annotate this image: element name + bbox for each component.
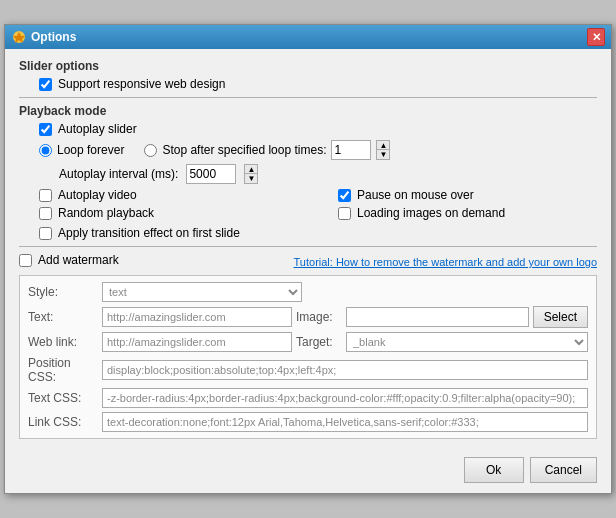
target-select[interactable]: _blank (346, 332, 588, 352)
text-input[interactable] (102, 307, 292, 327)
image-input[interactable] (346, 307, 529, 327)
weblink-input[interactable] (102, 332, 292, 352)
apply-transition-row: Apply transition effect on first slide (39, 226, 597, 240)
style-label: Style: (28, 285, 98, 299)
watermark-label: Add watermark (38, 253, 119, 267)
loop-times-input[interactable] (331, 140, 371, 160)
pause-mouse-label: Pause on mouse over (357, 188, 474, 202)
stop-after-label: Stop after specified loop times: (162, 143, 326, 157)
content-area: Slider options Support responsive web de… (5, 49, 611, 449)
link-css-input[interactable] (102, 412, 588, 432)
interval-spinner: ▲ ▼ (244, 164, 258, 184)
playback-mode-label: Playback mode (19, 104, 597, 118)
interval-label: Autoplay interval (ms): (59, 167, 178, 181)
support-responsive-row: Support responsive web design (39, 77, 597, 91)
tutorial-link[interactable]: Tutorial: How to remove the watermark an… (294, 256, 597, 268)
cancel-button[interactable]: Cancel (530, 457, 597, 483)
loop-forever-radio[interactable] (39, 144, 52, 157)
watermark-row: Add watermark Tutorial: How to remove th… (19, 253, 597, 271)
support-responsive-checkbox[interactable] (39, 78, 52, 91)
style-row: Style: text (28, 282, 588, 302)
style-select[interactable]: text (102, 282, 302, 302)
apply-transition-checkbox[interactable] (39, 227, 52, 240)
random-playback-label: Random playback (58, 206, 154, 220)
loading-images-row: Loading images on demand (338, 206, 597, 220)
apply-transition-label: Apply transition effect on first slide (58, 226, 240, 240)
text-image-row: Text: Image: Select (28, 306, 588, 328)
select-button[interactable]: Select (533, 306, 588, 328)
autoplay-video-row: Autoplay video (39, 188, 298, 202)
loop-up-btn[interactable]: ▲ (376, 140, 390, 150)
autoplay-slider-checkbox[interactable] (39, 123, 52, 136)
stop-after-group: Stop after specified loop times: ▲ ▼ (144, 140, 390, 160)
random-playback-checkbox[interactable] (39, 207, 52, 220)
position-css-row: Position CSS: (28, 356, 588, 384)
loop-down-btn[interactable]: ▼ (376, 150, 390, 160)
pause-mouse-checkbox[interactable] (338, 189, 351, 202)
text-css-label: Text CSS: (28, 391, 98, 405)
stop-after-radio[interactable] (144, 144, 157, 157)
loading-images-checkbox[interactable] (338, 207, 351, 220)
interval-input[interactable] (186, 164, 236, 184)
text-css-input[interactable] (102, 388, 588, 408)
random-playback-row: Random playback (39, 206, 298, 220)
autoplay-slider-row: Autoplay slider (39, 122, 597, 136)
loading-images-label: Loading images on demand (357, 206, 505, 220)
bottom-buttons: Ok Cancel (5, 449, 611, 493)
window-title: Options (31, 30, 76, 44)
weblink-label: Web link: (28, 335, 98, 349)
loop-times-spinner: ▲ ▼ (376, 140, 390, 160)
loop-forever-group: Loop forever (39, 143, 124, 157)
interval-up-btn[interactable]: ▲ (244, 164, 258, 174)
position-css-input[interactable] (102, 360, 588, 380)
interval-down-btn[interactable]: ▼ (244, 174, 258, 184)
form-grid: Style: text Text: Image: Select Web link… (19, 275, 597, 439)
weblink-row: Web link: Target: _blank (28, 332, 588, 352)
support-responsive-label: Support responsive web design (58, 77, 225, 91)
text-label: Text: (28, 310, 98, 324)
target-label: Target: (296, 335, 342, 349)
loop-row: Loop forever Stop after specified loop t… (39, 140, 597, 160)
pause-mouse-row: Pause on mouse over (338, 188, 597, 202)
image-label: Image: (296, 310, 342, 324)
text-css-row: Text CSS: (28, 388, 588, 408)
ok-button[interactable]: Ok (464, 457, 524, 483)
link-css-row: Link CSS: (28, 412, 588, 432)
title-bar: Options ✕ (5, 25, 611, 49)
options-window: Options ✕ Slider options Support respons… (4, 24, 612, 494)
autoplay-video-label: Autoplay video (58, 188, 137, 202)
autoplay-slider-label: Autoplay slider (58, 122, 137, 136)
options-two-col: Autoplay video Random playback Pause on … (19, 188, 597, 224)
link-css-label: Link CSS: (28, 415, 98, 429)
loop-forever-label: Loop forever (57, 143, 124, 157)
close-button[interactable]: ✕ (587, 28, 605, 46)
interval-row: Autoplay interval (ms): ▲ ▼ (59, 164, 597, 184)
watermark-checkbox-row: Add watermark (19, 253, 119, 267)
watermark-checkbox[interactable] (19, 254, 32, 267)
autoplay-video-checkbox[interactable] (39, 189, 52, 202)
position-css-label: Position CSS: (28, 356, 98, 384)
title-icon (11, 29, 27, 45)
slider-options-label: Slider options (19, 59, 597, 73)
